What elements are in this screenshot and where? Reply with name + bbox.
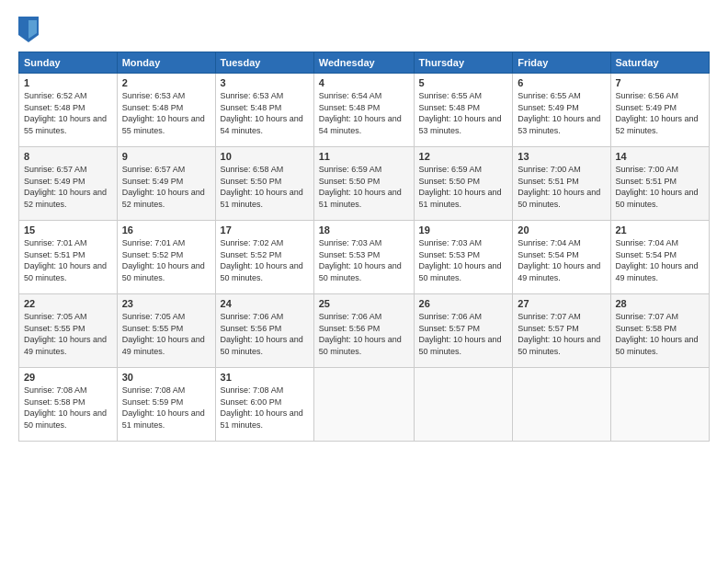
day-info: Sunrise: 6:55 AMSunset: 5:48 PMDaylight:… [419, 91, 502, 135]
calendar-cell: 16Sunrise: 7:01 AMSunset: 5:52 PMDayligh… [117, 221, 215, 294]
day-number: 22 [24, 298, 112, 309]
day-info: Sunrise: 7:03 AMSunset: 5:53 PMDaylight:… [419, 238, 502, 282]
day-number: 7 [616, 77, 705, 88]
day-info: Sunrise: 7:00 AMSunset: 5:51 PMDaylight:… [616, 165, 699, 209]
calendar-cell: 12Sunrise: 6:59 AMSunset: 5:50 PMDayligh… [414, 147, 513, 221]
day-number: 5 [419, 77, 508, 88]
day-number: 1 [24, 77, 112, 88]
day-number: 17 [221, 224, 309, 236]
day-info: Sunrise: 7:05 AMSunset: 5:55 PMDaylight:… [24, 312, 107, 356]
day-info: Sunrise: 6:57 AMSunset: 5:49 PMDaylight:… [122, 165, 205, 209]
calendar-week-1: 1Sunrise: 6:52 AMSunset: 5:48 PMDaylight… [19, 74, 710, 147]
day-info: Sunrise: 6:59 AMSunset: 5:50 PMDaylight:… [319, 165, 402, 209]
day-number: 3 [221, 77, 309, 88]
calendar-cell: 28Sunrise: 7:07 AMSunset: 5:58 PMDayligh… [610, 294, 710, 368]
calendar-cell [610, 368, 710, 442]
day-number: 14 [616, 151, 705, 162]
day-number: 15 [24, 224, 112, 236]
day-number: 23 [122, 298, 210, 309]
day-info: Sunrise: 7:08 AMSunset: 5:59 PMDaylight:… [122, 385, 205, 430]
calendar-cell: 27Sunrise: 7:07 AMSunset: 5:57 PMDayligh… [513, 294, 610, 368]
day-info: Sunrise: 7:01 AMSunset: 5:51 PMDaylight:… [24, 238, 107, 282]
weekday-header-tuesday: Tuesday [215, 52, 313, 74]
day-number: 20 [518, 224, 605, 236]
calendar-cell: 21Sunrise: 7:04 AMSunset: 5:54 PMDayligh… [610, 221, 710, 294]
day-info: Sunrise: 7:02 AMSunset: 5:52 PMDaylight:… [221, 238, 303, 282]
calendar-cell: 13Sunrise: 7:00 AMSunset: 5:51 PMDayligh… [513, 147, 610, 221]
calendar-table: SundayMondayTuesdayWednesdayThursdayFrid… [18, 52, 710, 442]
weekday-header-friday: Friday [513, 52, 610, 74]
calendar-cell [414, 368, 513, 442]
calendar-cell: 25Sunrise: 7:06 AMSunset: 5:56 PMDayligh… [313, 294, 414, 368]
weekday-header-saturday: Saturday [610, 52, 710, 74]
day-number: 6 [518, 77, 605, 88]
day-number: 31 [221, 372, 309, 383]
calendar-cell: 19Sunrise: 7:03 AMSunset: 5:53 PMDayligh… [414, 221, 513, 294]
calendar-week-5: 29Sunrise: 7:08 AMSunset: 5:58 PMDayligh… [19, 368, 710, 442]
day-info: Sunrise: 6:58 AMSunset: 5:50 PMDaylight:… [221, 165, 303, 209]
calendar-cell: 17Sunrise: 7:02 AMSunset: 5:52 PMDayligh… [215, 221, 313, 294]
day-number: 16 [122, 224, 210, 236]
calendar-cell: 30Sunrise: 7:08 AMSunset: 5:59 PMDayligh… [117, 368, 215, 442]
day-info: Sunrise: 7:00 AMSunset: 5:51 PMDaylight:… [518, 165, 600, 209]
day-info: Sunrise: 6:55 AMSunset: 5:49 PMDaylight:… [518, 91, 600, 135]
calendar-cell: 6Sunrise: 6:55 AMSunset: 5:49 PMDaylight… [513, 74, 610, 147]
day-info: Sunrise: 6:57 AMSunset: 5:49 PMDaylight:… [24, 165, 107, 209]
day-number: 11 [319, 151, 409, 162]
weekday-header-wednesday: Wednesday [313, 52, 414, 74]
day-info: Sunrise: 6:56 AMSunset: 5:49 PMDaylight:… [616, 91, 699, 135]
day-number: 10 [221, 151, 309, 162]
day-number: 26 [419, 298, 508, 309]
day-info: Sunrise: 6:53 AMSunset: 5:48 PMDaylight:… [221, 91, 303, 135]
day-info: Sunrise: 7:04 AMSunset: 5:54 PMDaylight:… [616, 238, 699, 282]
day-info: Sunrise: 7:06 AMSunset: 5:56 PMDaylight:… [319, 312, 402, 356]
header [18, 17, 710, 42]
calendar-week-4: 22Sunrise: 7:05 AMSunset: 5:55 PMDayligh… [19, 294, 710, 368]
calendar-cell: 9Sunrise: 6:57 AMSunset: 5:49 PMDaylight… [117, 147, 215, 221]
calendar-cell [313, 368, 414, 442]
day-info: Sunrise: 7:06 AMSunset: 5:57 PMDaylight:… [419, 312, 502, 356]
day-info: Sunrise: 7:06 AMSunset: 5:56 PMDaylight:… [221, 312, 303, 356]
calendar-cell: 1Sunrise: 6:52 AMSunset: 5:48 PMDaylight… [19, 74, 118, 147]
day-info: Sunrise: 7:04 AMSunset: 5:54 PMDaylight:… [518, 238, 600, 282]
weekday-header-row: SundayMondayTuesdayWednesdayThursdayFrid… [19, 52, 710, 74]
day-info: Sunrise: 6:53 AMSunset: 5:48 PMDaylight:… [122, 91, 205, 135]
calendar-week-2: 8Sunrise: 6:57 AMSunset: 5:49 PMDaylight… [19, 147, 710, 221]
day-number: 21 [616, 224, 705, 236]
day-info: Sunrise: 6:54 AMSunset: 5:48 PMDaylight:… [319, 91, 402, 135]
weekday-header-thursday: Thursday [414, 52, 513, 74]
page-container: SundayMondayTuesdayWednesdayThursdayFrid… [0, 0, 728, 563]
calendar-week-3: 15Sunrise: 7:01 AMSunset: 5:51 PMDayligh… [19, 221, 710, 294]
day-number: 13 [518, 151, 605, 162]
calendar-cell: 3Sunrise: 6:53 AMSunset: 5:48 PMDaylight… [215, 74, 313, 147]
calendar-cell: 18Sunrise: 7:03 AMSunset: 5:53 PMDayligh… [313, 221, 414, 294]
day-number: 30 [122, 372, 210, 383]
weekday-header-sunday: Sunday [19, 52, 118, 74]
day-info: Sunrise: 7:03 AMSunset: 5:53 PMDaylight:… [319, 238, 402, 282]
calendar-cell: 23Sunrise: 7:05 AMSunset: 5:55 PMDayligh… [117, 294, 215, 368]
calendar-cell: 7Sunrise: 6:56 AMSunset: 5:49 PMDaylight… [610, 74, 710, 147]
day-info: Sunrise: 7:08 AMSunset: 6:00 PMDaylight:… [221, 385, 303, 430]
calendar-cell: 24Sunrise: 7:06 AMSunset: 5:56 PMDayligh… [215, 294, 313, 368]
calendar-cell: 29Sunrise: 7:08 AMSunset: 5:58 PMDayligh… [19, 368, 118, 442]
day-info: Sunrise: 7:05 AMSunset: 5:55 PMDaylight:… [122, 312, 205, 356]
day-number: 8 [24, 151, 112, 162]
calendar-cell: 20Sunrise: 7:04 AMSunset: 5:54 PMDayligh… [513, 221, 610, 294]
day-number: 25 [319, 298, 409, 309]
calendar-cell: 31Sunrise: 7:08 AMSunset: 6:00 PMDayligh… [215, 368, 313, 442]
day-info: Sunrise: 7:07 AMSunset: 5:58 PMDaylight:… [616, 312, 699, 356]
day-info: Sunrise: 6:52 AMSunset: 5:48 PMDaylight:… [24, 91, 107, 135]
day-info: Sunrise: 7:07 AMSunset: 5:57 PMDaylight:… [518, 312, 600, 356]
day-number: 29 [24, 372, 112, 383]
calendar-cell: 14Sunrise: 7:00 AMSunset: 5:51 PMDayligh… [610, 147, 710, 221]
day-number: 19 [419, 224, 508, 236]
day-number: 2 [122, 77, 210, 88]
calendar-cell: 8Sunrise: 6:57 AMSunset: 5:49 PMDaylight… [19, 147, 118, 221]
weekday-header-monday: Monday [117, 52, 215, 74]
day-number: 28 [616, 298, 705, 309]
day-number: 24 [221, 298, 309, 309]
day-number: 12 [419, 151, 508, 162]
logo-icon [18, 17, 39, 42]
calendar-cell: 11Sunrise: 6:59 AMSunset: 5:50 PMDayligh… [313, 147, 414, 221]
day-number: 27 [518, 298, 605, 309]
